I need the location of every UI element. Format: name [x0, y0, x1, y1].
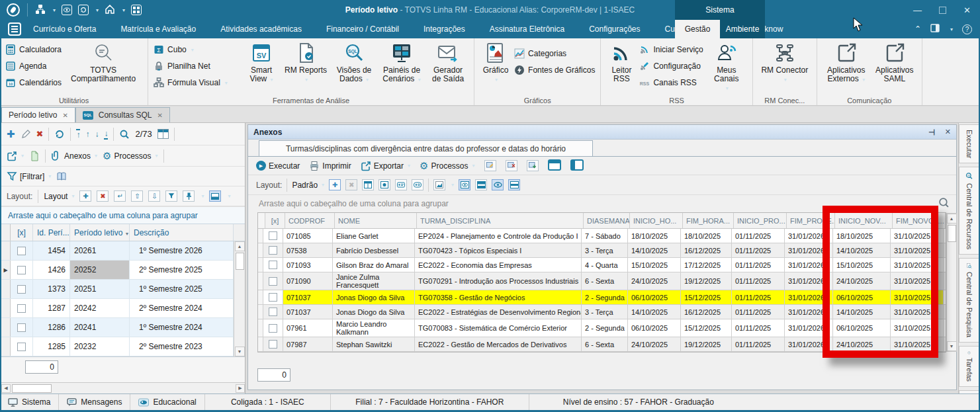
cell-inicio_ho[interactable]: 24/10/2025 — [628, 272, 681, 290]
cell-id[interactable]: 1286 — [33, 318, 70, 337]
chevron-down-icon[interactable] — [53, 7, 56, 13]
cell-nome[interactable]: Gilson Braz do Amaral — [333, 258, 415, 272]
help-icon[interactable]: ? — [962, 24, 972, 34]
collapse-ribbon-icon[interactable]: ⌃ — [914, 24, 921, 34]
menu-curriculo-e-oferta[interactable]: Currículo e Oferta — [33, 24, 96, 34]
cell-id[interactable]: 1426 — [33, 261, 70, 279]
close-tab-icon[interactable] — [62, 112, 67, 119]
cell-codprof[interactable]: 07987 — [283, 337, 333, 351]
chevron-down-icon[interactable] — [228, 193, 230, 199]
cell-codprof[interactable]: 071093 — [283, 258, 333, 272]
column-header[interactable]: INICIO_PRO... — [734, 213, 787, 228]
cell-inicio_pro[interactable]: 01/11/2025 — [732, 290, 785, 304]
columns-icon[interactable] — [157, 129, 169, 139]
cell-inicio_ho[interactable]: 06/10/2025 — [628, 290, 681, 304]
edit-record-button[interactable] — [21, 129, 31, 140]
status-sistema[interactable]: Sistema — [0, 394, 59, 410]
row-checkbox[interactable] — [263, 319, 283, 337]
cell-inicio_pro[interactable]: 01/11/2025 — [732, 319, 785, 337]
cell-codprof[interactable]: 07538 — [283, 243, 333, 257]
cell-periodo[interactable]: 20251 — [70, 280, 130, 298]
cell-fim_profe[interactable]: 31/01/2026 — [785, 229, 833, 243]
cell-inicio_nov[interactable]: 06/10/2025 — [833, 319, 891, 337]
table-row[interactable]: 1285202322º Semestre 2023 — [1, 337, 234, 356]
next-record-button[interactable]: ↓ — [95, 130, 99, 139]
filter-layout-icon[interactable] — [165, 190, 177, 202]
cell-fim_profe[interactable]: 31/01/2026 — [785, 319, 833, 337]
grid-row[interactable]: 071085Eliane GarletEP2024 - Planejamento… — [258, 229, 946, 243]
delete-view-icon[interactable] — [506, 160, 517, 171]
cell-fim_profe[interactable]: 31/01/2026 — [785, 337, 833, 351]
column-header[interactable]: FIM_HORA... — [683, 213, 734, 228]
footer-count-box[interactable]: 0 — [25, 360, 58, 374]
cell-periodo[interactable]: 20232 — [70, 337, 130, 356]
executar-button[interactable]: ▶Executar — [256, 161, 300, 171]
cell-nome[interactable]: Marcio Leandro Kalkmann — [333, 319, 415, 337]
edit-view-icon[interactable] — [484, 160, 496, 171]
column-header[interactable]: TURMA_DISCIPLINA — [417, 213, 584, 228]
eye-toggle-icon[interactable] — [492, 179, 504, 190]
cell-codprof[interactable]: 071037 — [283, 305, 333, 319]
row-checkbox[interactable] — [11, 318, 33, 337]
menu-tab-gestao[interactable]: Gestão — [675, 20, 720, 38]
import-layout-icon[interactable] — [527, 160, 539, 171]
calendarios-button[interactable]: 10 Calendários — [5, 77, 62, 89]
column-header[interactable]: DIASEMANA — [584, 213, 630, 228]
cell-turma[interactable]: EP2024 - Planejamento e Controle da Prod… — [415, 229, 582, 243]
row-checkbox[interactable] — [263, 290, 283, 304]
cell-id[interactable]: 1454 — [33, 241, 70, 260]
cell-inicio_ho[interactable]: 24/10/2025 — [628, 337, 681, 351]
cell-inicio_nov[interactable]: 14/10/2025 — [833, 243, 891, 257]
window-layout-icon[interactable] — [930, 24, 940, 34]
row-checkbox[interactable] — [263, 229, 283, 243]
cell-inicio_nov[interactable]: 14/10/2025 — [833, 305, 891, 319]
grafico-button[interactable]: Gráfico — [480, 41, 512, 85]
processos-dropdown[interactable]: ⚙Processos — [103, 151, 158, 161]
rm-conector-button[interactable]: RM Conector — [758, 41, 811, 85]
cell-inicio_ho[interactable]: 15/10/2025 — [628, 258, 681, 272]
close-button[interactable]: ✕ — [963, 5, 971, 15]
row-checkbox[interactable] — [11, 241, 33, 260]
dock-tab-central-de-recursos[interactable]: @Central de Recursos — [959, 167, 979, 255]
dock-tab-central-de-pesquisa[interactable]: Central de Pesquisa — [959, 258, 979, 343]
cell-fim_novo[interactable]: 31/10/2025 — [891, 290, 944, 304]
cell-fim_hora[interactable]: 19/12/2025 — [681, 337, 732, 351]
column-header[interactable]: NOME — [335, 213, 417, 228]
cell-dia[interactable]: 2 - Segunda — [582, 290, 628, 304]
totvs-compartilhamento-button[interactable]: TOTVS Compartilhamento — [64, 41, 142, 85]
cell-id[interactable]: 1285 — [33, 337, 70, 356]
favorites-book-icon[interactable] — [56, 171, 67, 182]
cell-fim_profe[interactable]: 31/01/2026 — [785, 258, 833, 272]
row-checkbox[interactable] — [263, 272, 283, 290]
cell-id[interactable]: 1373 — [33, 280, 70, 298]
chevron-down-icon[interactable] — [201, 193, 204, 199]
exportar-dropdown[interactable]: Exportar — [361, 161, 410, 171]
grid-row[interactable]: 071090Janice Zulma FrancesquettTG070291 … — [258, 272, 946, 290]
cell-turma[interactable]: TG070291 - Introdução aos Processos Indu… — [415, 272, 582, 290]
chevron-down-icon[interactable] — [96, 7, 99, 13]
cell-nome[interactable]: Jonas Diogo da Silva — [333, 290, 415, 304]
chart-button-icon[interactable] — [433, 179, 445, 190]
cell-fim_novo[interactable]: 31/10/2025 — [891, 319, 944, 337]
cell-descricao[interactable]: 1º Semestre 2024 — [130, 318, 234, 337]
group-by-hint[interactable]: Arraste aqui o cabeçalho de uma coluna p… — [1, 206, 245, 224]
export-button[interactable] — [7, 151, 24, 161]
horizontal-scrollbar[interactable]: ◀ ▶ — [1, 382, 245, 393]
menu-integracoes[interactable]: Integrações — [423, 24, 465, 34]
cell-dia[interactable]: 6 - Sexta — [582, 272, 628, 290]
cell-descricao[interactable]: 2º Semestre 2025 — [130, 261, 234, 279]
column-header[interactable]: CODPROF — [285, 213, 335, 228]
row-checkbox[interactable] — [263, 243, 283, 257]
agenda-button[interactable]: Agenda — [5, 60, 62, 72]
grid-search-icon[interactable] — [938, 197, 950, 210]
search-record-button[interactable] — [119, 129, 130, 140]
paineis-de-cenarios-button[interactable]: Painéis de Cenários — [379, 41, 425, 85]
save-layout-icon[interactable]: ✚ — [79, 190, 91, 202]
filter-row-icon[interactable] — [379, 179, 390, 190]
cell-inicio_ho[interactable]: 18/10/2025 — [628, 229, 681, 243]
menu-configuracoes[interactable]: Configurações — [589, 24, 640, 34]
gerador-de-saida-button[interactable]: Gerador de Saída — [427, 41, 468, 85]
visions-icon[interactable] — [62, 5, 72, 15]
table-row[interactable]: 1373202511º Semestre 2025 — [1, 280, 234, 299]
formula-visual-button[interactable]: Fórmula Visual — [154, 77, 241, 89]
